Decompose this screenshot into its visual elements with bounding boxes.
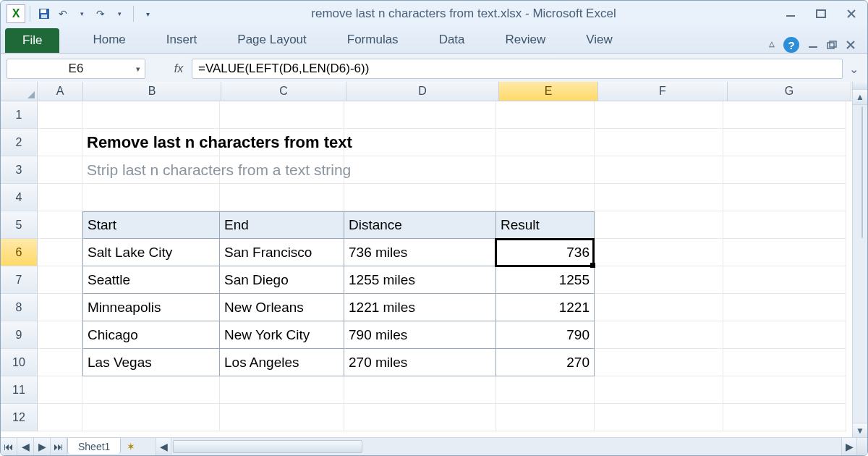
row-header-7[interactable]: 7 xyxy=(1,266,38,294)
qat-customize-icon[interactable]: ▾ xyxy=(140,6,156,22)
cell-F5[interactable] xyxy=(595,211,723,239)
cell-C1[interactable] xyxy=(220,101,344,129)
tab-page-layout[interactable]: Page Layout xyxy=(226,28,318,53)
cell-F10[interactable] xyxy=(595,349,723,376)
column-header-F[interactable]: F xyxy=(598,82,728,101)
scroll-up-icon[interactable]: ▲ xyxy=(853,90,867,105)
undo-icon[interactable]: ↶ xyxy=(55,6,71,22)
hscroll-track[interactable] xyxy=(171,438,841,455)
cell-G9[interactable] xyxy=(723,321,846,349)
cell-E2[interactable] xyxy=(496,129,595,156)
name-box-dropdown-icon[interactable]: ▾ xyxy=(136,64,140,74)
cell-D10[interactable]: 270 miles xyxy=(344,349,496,376)
row-header-8[interactable]: 8 xyxy=(1,294,38,321)
cell-B11[interactable] xyxy=(82,376,220,404)
cell-C10[interactable]: Los Angeles xyxy=(220,349,344,376)
cell-D11[interactable] xyxy=(344,376,496,404)
row-header-4[interactable]: 4 xyxy=(1,184,38,211)
cell-F8[interactable] xyxy=(595,294,723,321)
cell-D12[interactable] xyxy=(344,404,496,431)
cell-G5[interactable] xyxy=(723,211,846,239)
cell-G6[interactable] xyxy=(723,239,846,266)
cell-F3[interactable] xyxy=(595,156,723,184)
cell-G3[interactable] xyxy=(723,156,846,184)
name-box[interactable]: E6 ▾ xyxy=(7,59,145,79)
vscroll-thumb[interactable] xyxy=(861,106,863,238)
cell-C4[interactable] xyxy=(220,184,344,211)
workbook-minimize-icon[interactable] xyxy=(808,41,818,48)
row-header-2[interactable]: 2 xyxy=(1,129,38,156)
cell-D5[interactable]: Distance xyxy=(344,211,496,239)
cell-F9[interactable] xyxy=(595,321,723,349)
workbook-close-icon[interactable] xyxy=(846,41,856,49)
cell-G1[interactable] xyxy=(723,101,846,129)
cell-B4[interactable] xyxy=(82,184,220,211)
scroll-left-icon[interactable]: ◀ xyxy=(156,438,171,455)
cell-A5[interactable] xyxy=(38,211,82,239)
cell-E4[interactable] xyxy=(496,184,595,211)
cell-F6[interactable] xyxy=(595,239,723,266)
grid-main[interactable]: ABCDEFG 12Remove last n characters from … xyxy=(1,82,852,438)
fx-icon[interactable]: fx xyxy=(169,62,189,75)
cell-A6[interactable] xyxy=(38,239,82,266)
cell-G7[interactable] xyxy=(723,266,846,294)
cell-C7[interactable]: San Diego xyxy=(220,266,344,294)
file-tab[interactable]: File xyxy=(5,28,59,53)
sheet-nav-next-icon[interactable]: ▶ xyxy=(34,438,51,455)
cell-E12[interactable] xyxy=(496,404,595,431)
new-sheet-icon[interactable]: ✶ xyxy=(121,438,141,455)
cell-G11[interactable] xyxy=(723,376,846,404)
column-header-D[interactable]: D xyxy=(346,82,499,101)
tab-data[interactable]: Data xyxy=(427,28,477,53)
cell-D4[interactable] xyxy=(344,184,496,211)
cell-G12[interactable] xyxy=(723,404,846,431)
column-header-B[interactable]: B xyxy=(83,82,221,101)
cell-F11[interactable] xyxy=(595,376,723,404)
formula-input[interactable]: =VALUE(LEFT(D6,LEN(D6)-6)) xyxy=(192,59,843,79)
tab-home[interactable]: Home xyxy=(81,28,137,53)
cell-E9[interactable]: 790 xyxy=(496,321,595,349)
select-all-corner[interactable] xyxy=(1,82,38,101)
tab-view[interactable]: View xyxy=(574,28,624,53)
sheet-nav-first-icon[interactable]: ⏮ xyxy=(1,438,17,455)
cell-E8[interactable]: 1221 xyxy=(496,294,595,321)
cell-E11[interactable] xyxy=(496,376,595,404)
cell-F1[interactable] xyxy=(595,101,723,129)
cell-G2[interactable] xyxy=(723,129,846,156)
cell-D1[interactable] xyxy=(344,101,496,129)
cell-G8[interactable] xyxy=(723,294,846,321)
column-header-C[interactable]: C xyxy=(221,82,346,101)
formula-expand-icon[interactable]: ⌄ xyxy=(846,62,861,76)
row-header-10[interactable]: 10 xyxy=(1,349,38,376)
cell-A1[interactable] xyxy=(38,101,82,129)
redo-icon[interactable]: ↷ xyxy=(93,6,109,22)
ribbon-minimize-icon[interactable]: ▿ xyxy=(769,38,775,52)
cell-D3[interactable] xyxy=(344,156,496,184)
cell-B1[interactable] xyxy=(82,101,220,129)
workbook-restore-icon[interactable] xyxy=(827,41,837,49)
help-icon[interactable]: ? xyxy=(783,37,799,53)
cell-A9[interactable] xyxy=(38,321,82,349)
scroll-right-icon[interactable]: ▶ xyxy=(841,438,856,455)
row-header-9[interactable]: 9 xyxy=(1,321,38,349)
cell-A11[interactable] xyxy=(38,376,82,404)
cell-C6[interactable]: San Francisco xyxy=(220,239,344,266)
cell-B6[interactable]: Salt Lake City xyxy=(82,239,220,266)
cell-B8[interactable]: Minneapolis xyxy=(82,294,220,321)
cell-B9[interactable]: Chicago xyxy=(82,321,220,349)
sheet-nav-prev-icon[interactable]: ◀ xyxy=(17,438,34,455)
row-header-3[interactable]: 3 xyxy=(1,156,38,184)
vsplit-handle[interactable] xyxy=(853,82,867,90)
row-header-12[interactable]: 12 xyxy=(1,404,38,431)
cell-C11[interactable] xyxy=(220,376,344,404)
app-icon[interactable]: X xyxy=(7,4,25,23)
cell-F7[interactable] xyxy=(595,266,723,294)
cell-C12[interactable] xyxy=(220,404,344,431)
cell-D8[interactable]: 1221 miles xyxy=(344,294,496,321)
undo-dropdown-icon[interactable]: ▾ xyxy=(74,6,90,22)
hsplit-handle[interactable] xyxy=(856,438,867,455)
cell-E7[interactable]: 1255 xyxy=(496,266,595,294)
column-header-E[interactable]: E xyxy=(499,82,598,101)
cell-E1[interactable] xyxy=(496,101,595,129)
row-header-5[interactable]: 5 xyxy=(1,211,38,239)
